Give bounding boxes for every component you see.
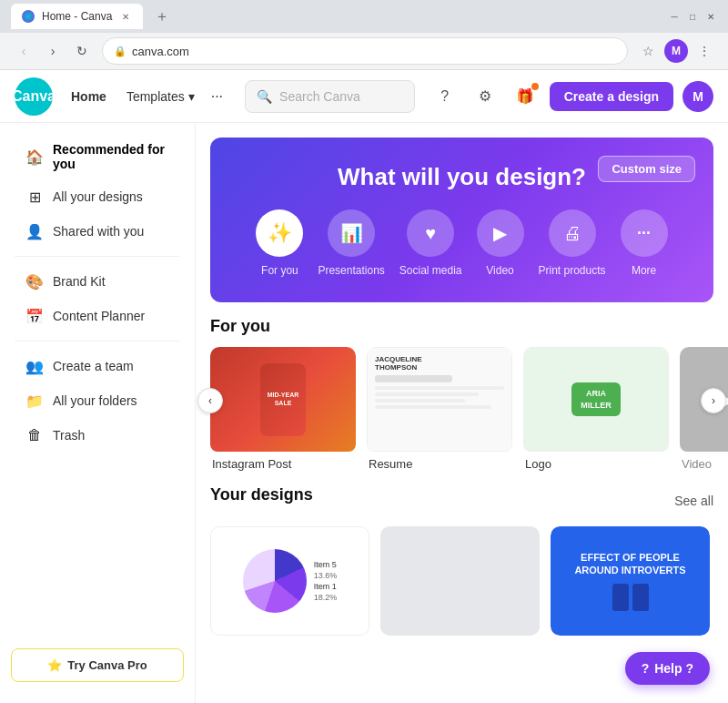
legend-value-5: 13.6% bbox=[314, 571, 338, 580]
sidebar-label-shared: Shared with you bbox=[53, 224, 144, 239]
scroll-left-button[interactable]: ‹ bbox=[197, 388, 223, 413]
designs-row: Item 5 13.6% Item 1 18.2% bbox=[210, 526, 713, 636]
resume-line-4 bbox=[375, 399, 465, 402]
home-nav-button[interactable]: Home bbox=[60, 84, 117, 109]
back-button[interactable]: ‹ bbox=[11, 38, 36, 64]
hero-icon-print[interactable]: 🖨 Print products bbox=[539, 209, 606, 277]
design-chart-card[interactable]: Item 5 13.6% Item 1 18.2% bbox=[210, 526, 369, 636]
phone-mockup: MID-YEARSALE bbox=[260, 363, 306, 436]
star-button[interactable]: ☆ bbox=[635, 38, 661, 64]
settings-icon-button[interactable]: ⚙ bbox=[470, 81, 500, 112]
hero-icon-social[interactable]: ♥ Social media bbox=[399, 209, 462, 277]
sidebar-label-team: Create a team bbox=[53, 359, 134, 373]
for-you-cards-row: ‹ MID-YEARSALE Instagram Post bbox=[210, 347, 713, 471]
chart-area: Item 5 13.6% Item 1 18.2% bbox=[243, 549, 338, 613]
menu-button[interactable]: ⋮ bbox=[692, 38, 717, 64]
resume-line-5 bbox=[375, 405, 491, 409]
url-bar[interactable]: 🔒 canva.com bbox=[102, 37, 628, 65]
browser-profile[interactable]: M bbox=[664, 39, 688, 63]
print-icon: 🖨 bbox=[563, 223, 581, 244]
hero-icon-more[interactable]: ··· More bbox=[621, 209, 668, 277]
sidebar-item-team[interactable]: 👥 Create a team bbox=[7, 349, 187, 383]
resume-card[interactable]: JACQUELINETHOMPSON Resume bbox=[367, 347, 512, 471]
home-icon: 🏠 bbox=[25, 148, 44, 166]
sidebar-item-all-designs[interactable]: ⊞ All your designs bbox=[7, 179, 187, 214]
social-circle: ♥ bbox=[407, 209, 454, 257]
user-avatar[interactable]: M bbox=[682, 81, 713, 112]
your-designs-header: Your designs See all bbox=[210, 485, 713, 515]
brand-icon: 🎨 bbox=[25, 272, 44, 290]
see-all-link[interactable]: See all bbox=[674, 494, 713, 508]
search-icon: 🔍 bbox=[257, 89, 272, 104]
sidebar-label-recommended: Recommended for you bbox=[53, 142, 169, 171]
hero-icon-for-you[interactable]: ✨ For you bbox=[256, 209, 303, 277]
sparkle-icon: ✨ bbox=[268, 221, 292, 245]
design-text-card[interactable]: EFFECT OF PEOPLE AROUND INTROVERTS bbox=[551, 526, 710, 636]
sidebar-item-folders[interactable]: 📁 All your folders bbox=[7, 383, 187, 418]
maximize-button[interactable]: □ bbox=[686, 10, 699, 23]
print-circle: 🖨 bbox=[549, 209, 596, 257]
bottle-1 bbox=[612, 584, 629, 611]
presentations-icon: 📊 bbox=[340, 222, 363, 244]
design-blank-card[interactable] bbox=[380, 526, 540, 636]
print-label: Print products bbox=[539, 264, 606, 277]
sidebar-item-trash[interactable]: 🗑 Trash bbox=[7, 418, 187, 453]
sidebar-item-brand[interactable]: 🎨 Brand Kit bbox=[7, 264, 187, 299]
instagram-post-card[interactable]: MID-YEARSALE Instagram Post bbox=[210, 347, 356, 471]
tab-close-button[interactable]: ✕ bbox=[119, 10, 132, 23]
try-pro-button[interactable]: ⭐ Try Canva Pro bbox=[11, 648, 184, 682]
for-you-circle: ✨ bbox=[256, 209, 303, 257]
resume-line-3 bbox=[375, 392, 479, 396]
sidebar-item-shared[interactable]: 👤 Shared with you bbox=[7, 214, 187, 249]
hero-icon-row: ✨ For you 📊 Presentations ♥ bbox=[239, 209, 684, 277]
refresh-button[interactable]: ↻ bbox=[69, 38, 95, 64]
create-design-button[interactable]: Create a design bbox=[550, 82, 673, 111]
presentations-circle: 📊 bbox=[328, 209, 375, 257]
resume-name: JACQUELINETHOMPSON bbox=[375, 355, 504, 372]
sidebar: 🏠 Recommended for you ⊞ All your designs… bbox=[0, 123, 196, 703]
for-you-section-title: For you bbox=[210, 317, 713, 336]
instagram-card-label: Instagram Post bbox=[210, 457, 356, 471]
video-icon: ▶ bbox=[493, 222, 507, 244]
sidebar-label-trash: Trash bbox=[53, 428, 85, 443]
blue-design-title: EFFECT OF PEOPLE AROUND INTROVERTS bbox=[561, 551, 699, 577]
app-header: Canva Home Templates ▾ ··· 🔍 Search Canv… bbox=[0, 70, 728, 123]
search-bar[interactable]: 🔍 Search Canva bbox=[245, 80, 415, 113]
hero-banner: What will you design? Custom size ✨ For … bbox=[210, 138, 713, 302]
logo-card-image: ARIAMILLER bbox=[523, 347, 669, 452]
presentations-label: Presentations bbox=[318, 264, 384, 277]
close-window-button[interactable]: ✕ bbox=[704, 10, 717, 23]
help-icon-button[interactable]: ? bbox=[430, 81, 460, 112]
browser-tab[interactable]: Home - Canva ✕ bbox=[11, 4, 143, 29]
hero-icon-video[interactable]: ▶ Video bbox=[477, 209, 524, 277]
templates-nav-button[interactable]: Templates ▾ bbox=[117, 84, 204, 109]
custom-size-button[interactable]: Custom size bbox=[598, 156, 695, 182]
mid-year-text: MID-YEARSALE bbox=[268, 392, 299, 407]
sidebar-item-planner[interactable]: 📅 Content Planner bbox=[7, 299, 187, 333]
video-label: Video bbox=[486, 264, 513, 277]
logo-card[interactable]: ARIAMILLER Logo bbox=[523, 347, 669, 471]
video-card-label: Video bbox=[680, 457, 728, 471]
resume-line-1 bbox=[375, 375, 452, 382]
search-placeholder: Search Canva bbox=[279, 89, 360, 104]
hero-icon-presentations[interactable]: 📊 Presentations bbox=[318, 209, 384, 277]
forward-button[interactable]: › bbox=[40, 38, 66, 64]
pro-star-icon: ⭐ bbox=[47, 658, 62, 672]
sidebar-divider-1 bbox=[15, 256, 180, 257]
canva-logo[interactable]: Canva bbox=[15, 77, 53, 116]
resume-line-2 bbox=[375, 386, 504, 390]
help-button[interactable]: ? Help ? bbox=[625, 652, 710, 685]
gift-icon-button[interactable]: 🎁 bbox=[510, 81, 541, 112]
scroll-right-button[interactable]: › bbox=[701, 388, 726, 413]
content-area: What will you design? Custom size ✨ For … bbox=[196, 123, 728, 703]
legend-item-5: Item 5 bbox=[314, 560, 338, 569]
more-nav-button[interactable]: ··· bbox=[204, 83, 230, 110]
chart-card-content: Item 5 13.6% Item 1 18.2% bbox=[210, 526, 369, 636]
grid-icon: ⊞ bbox=[25, 188, 44, 206]
lock-icon: 🔒 bbox=[114, 46, 126, 57]
trash-icon: 🗑 bbox=[25, 426, 44, 444]
minimize-button[interactable]: ─ bbox=[668, 10, 681, 23]
bottle-2 bbox=[632, 584, 649, 611]
new-tab-button[interactable]: ＋ bbox=[150, 5, 174, 28]
sidebar-item-recommended[interactable]: 🏠 Recommended for you bbox=[7, 134, 187, 179]
